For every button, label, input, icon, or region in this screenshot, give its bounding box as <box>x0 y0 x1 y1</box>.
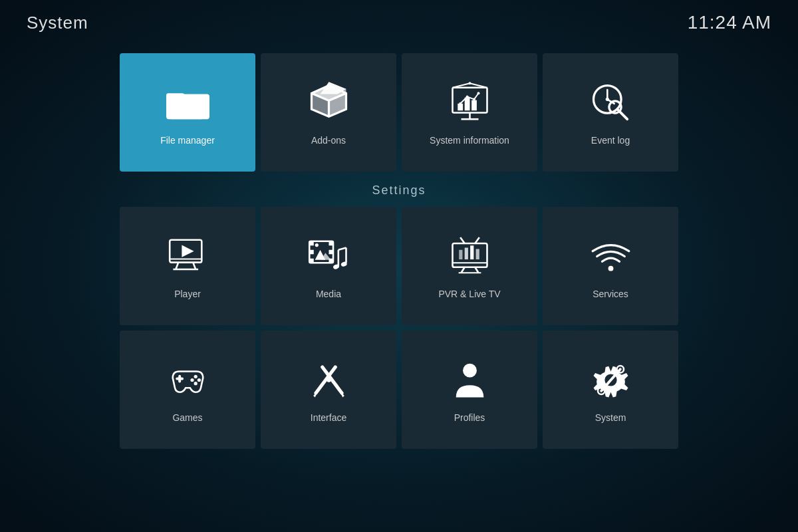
svg-point-19 <box>466 95 468 98</box>
svg-rect-65 <box>178 374 181 382</box>
header: System 11:24 AM <box>0 0 798 45</box>
system-info-icon <box>446 79 493 126</box>
svg-point-68 <box>190 378 194 381</box>
tile-player-label: Player <box>174 289 201 299</box>
tile-system-label: System <box>595 412 626 423</box>
svg-point-46 <box>315 243 318 247</box>
svg-rect-62 <box>475 249 479 259</box>
svg-point-75 <box>463 363 477 377</box>
tile-file-manager[interactable]: File manager <box>120 53 255 172</box>
svg-marker-35 <box>182 245 194 257</box>
svg-rect-15 <box>464 97 469 110</box>
svg-rect-38 <box>309 241 314 245</box>
tile-media-label: Media <box>316 289 341 299</box>
system-icon <box>587 356 634 403</box>
addons-icon <box>305 79 352 126</box>
settings-row-1: Player <box>120 207 678 325</box>
interface-icon <box>305 356 352 403</box>
svg-rect-60 <box>464 247 467 259</box>
tile-add-ons[interactable]: Add-ons <box>261 53 396 172</box>
top-row: File manager Add-ons <box>120 53 678 172</box>
tile-pvr[interactable]: PVR & Live TV <box>402 207 537 325</box>
tile-system-information[interactable]: System information <box>402 53 537 172</box>
svg-line-58 <box>475 237 479 243</box>
svg-rect-16 <box>471 100 477 110</box>
tile-file-manager-label: File manager <box>160 135 215 146</box>
svg-point-24 <box>468 82 471 84</box>
tile-services[interactable]: Services <box>543 207 678 325</box>
event-log-icon <box>587 79 634 126</box>
services-icon <box>587 233 634 279</box>
tile-interface[interactable]: Interface <box>261 331 396 449</box>
tile-system[interactable]: System <box>543 331 678 449</box>
svg-point-69 <box>194 382 197 385</box>
tile-pvr-label: PVR & Live TV <box>438 289 500 299</box>
tile-add-ons-label: Add-ons <box>311 135 346 146</box>
svg-point-28 <box>605 97 608 100</box>
svg-point-63 <box>608 265 613 271</box>
svg-rect-40 <box>309 258 314 263</box>
main-content: File manager Add-ons <box>0 47 798 532</box>
svg-point-18 <box>459 102 462 104</box>
app-title: System <box>27 13 88 33</box>
settings-title: Settings <box>120 184 678 198</box>
tile-system-information-label: System information <box>430 135 509 146</box>
games-icon <box>164 356 211 403</box>
folder-icon <box>164 79 211 126</box>
profiles-icon <box>446 356 493 403</box>
tile-services-label: Services <box>593 289 628 299</box>
svg-line-57 <box>460 237 465 243</box>
tile-games[interactable]: Games <box>120 331 255 449</box>
tile-media[interactable]: Media <box>261 207 396 325</box>
media-icon <box>305 233 352 279</box>
svg-line-33 <box>193 262 196 269</box>
tile-profiles-label: Profiles <box>454 412 485 423</box>
svg-rect-41 <box>329 241 333 245</box>
tile-profiles[interactable]: Profiles <box>402 331 537 449</box>
svg-rect-52 <box>452 243 487 267</box>
svg-point-66 <box>194 374 197 378</box>
svg-rect-42 <box>329 249 333 254</box>
svg-rect-39 <box>309 249 314 254</box>
svg-point-21 <box>477 92 479 94</box>
tile-event-log[interactable]: Event log <box>543 53 678 172</box>
tile-interface-label: Interface <box>311 412 346 423</box>
settings-row-2: Games Interface <box>120 331 678 449</box>
pvr-icon <box>446 233 493 279</box>
svg-line-32 <box>176 262 178 269</box>
player-icon <box>164 233 211 279</box>
svg-rect-3 <box>166 94 184 100</box>
tile-games-label: Games <box>172 412 202 423</box>
tile-player[interactable]: Player <box>120 207 255 325</box>
clock: 11:24 AM <box>688 12 771 33</box>
settings-section: Settings Player <box>120 184 678 454</box>
tile-event-log-label: Event log <box>591 135 630 146</box>
svg-point-20 <box>473 98 475 100</box>
svg-line-48 <box>338 247 346 249</box>
svg-rect-61 <box>470 245 473 259</box>
svg-rect-59 <box>459 249 462 259</box>
svg-point-67 <box>197 378 200 381</box>
svg-point-74 <box>327 378 331 382</box>
